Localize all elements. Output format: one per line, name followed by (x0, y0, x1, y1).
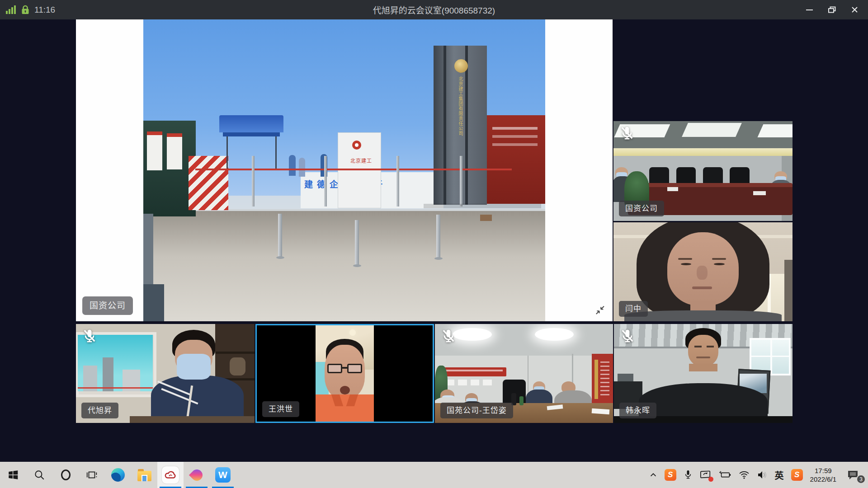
stage-video-tile[interactable]: 建德企业 工于 北京建工 北京建工集团有限责任公司 (76, 19, 613, 321)
window-title: 代旭昇的云会议室(9008658732) (0, 4, 868, 16)
wifi-tray-button[interactable] (736, 462, 753, 488)
muted-mic-icon (619, 125, 635, 141)
ceiling-light (757, 124, 793, 137)
screen-share-content: 建德企业 工于 北京建工 北京建工集团有限责任公司 (76, 19, 613, 321)
photo-striped-barrier (189, 156, 228, 210)
photo-bollard-base (434, 257, 443, 260)
photo-rope-post (324, 156, 327, 206)
wifi-icon (739, 470, 750, 479)
window-controls (799, 0, 864, 19)
sogou-tray-button[interactable]: S (661, 462, 679, 488)
task-view-button[interactable] (79, 462, 105, 488)
glasses-left-lens (327, 364, 342, 373)
titlebar: 11:16 代旭昇的云会议室(9008658732) (0, 0, 868, 19)
poster-text-rows (600, 361, 609, 395)
signal-strength-icon (6, 5, 16, 14)
tv-building (103, 357, 113, 391)
ime-indicator-button[interactable]: 英 (772, 462, 787, 488)
participant-name-label: 闫中 (619, 301, 648, 317)
file-explorer-button[interactable] (131, 462, 157, 488)
volume-tray-button[interactable] (754, 462, 771, 488)
exit-fullscreen-icon[interactable] (595, 305, 605, 317)
notification-center-button[interactable]: 3 (840, 462, 865, 488)
mouth (696, 357, 711, 358)
ime-language-label: 英 (775, 469, 784, 482)
photo-person (289, 155, 296, 176)
close-button[interactable] (844, 3, 864, 17)
sogou-icon: S (665, 469, 676, 481)
orange-shirt (316, 394, 373, 422)
tv-red-line (78, 387, 153, 389)
photo-gold-emblem (454, 59, 468, 73)
video-tile-guozi-room[interactable]: 国资公司 (613, 121, 793, 221)
microphone-tray-button[interactable] (680, 462, 696, 488)
photo-brick (480, 215, 492, 221)
eye (707, 346, 714, 347)
ceiling-light (535, 328, 574, 341)
room-beam (613, 148, 793, 156)
cloud-meeting-app-button[interactable] (157, 462, 184, 488)
video-tile-wanghongshi-active-speaker[interactable]: 王洪世 (255, 324, 434, 423)
photo-sign-board (167, 133, 182, 169)
video-tile-guoyuan-room[interactable]: 国苑公司-王岱姿 (435, 324, 613, 423)
photo-pavement (143, 209, 545, 321)
wall-paper (483, 380, 492, 385)
sogou-tray-button-2[interactable]: S (788, 462, 806, 488)
start-button[interactable] (0, 462, 26, 488)
muted-mic-icon (81, 328, 98, 344)
battery-tray-button[interactable] (716, 462, 735, 488)
face (688, 335, 718, 366)
photo-booth-text: 北京建工 (345, 157, 377, 164)
photo-red-rope (195, 169, 512, 170)
cast-alert-dot (708, 477, 713, 482)
taskbar-apps: W (0, 462, 236, 488)
photo-bollard (278, 214, 282, 257)
eyebrow (712, 258, 726, 260)
wps-writer-icon: W (215, 467, 231, 483)
minimize-button[interactable] (799, 3, 819, 17)
shoulders (624, 310, 782, 321)
tray-expand-button[interactable] (646, 462, 660, 488)
notification-count-badge: 3 (856, 474, 866, 484)
nose-shadow (697, 266, 708, 280)
photo-wall-text-row (492, 143, 538, 146)
eye (681, 263, 692, 265)
taskbar-clock[interactable]: 17:59 2022/6/1 (807, 462, 840, 488)
restore-icon (828, 6, 836, 13)
ceiling-light (682, 123, 742, 137)
file-explorer-icon (137, 471, 151, 481)
edge-browser-icon (111, 468, 125, 482)
photo-wall-text-row (492, 135, 538, 138)
cast-tray-button[interactable] (697, 462, 715, 488)
participant-name-label: 代旭昇 (81, 403, 118, 418)
photo-sign-board (147, 131, 162, 170)
wps-app-button[interactable]: W (210, 462, 236, 488)
colorful-drop-app-icon (189, 467, 204, 483)
sogou-icon: S (791, 469, 803, 481)
muted-mic-icon (440, 328, 457, 344)
edge-app-button[interactable] (105, 462, 131, 488)
bottle (519, 396, 524, 405)
paper (667, 187, 678, 191)
close-icon (851, 6, 858, 13)
search-button[interactable] (26, 462, 52, 488)
photo-tower-plaque-text: 北京建工集团有限责任公司 (457, 76, 464, 169)
wall-paper (471, 380, 480, 385)
window-mullion (750, 356, 791, 357)
video-tile-daixusheng[interactable]: 代旭昇 (76, 324, 255, 423)
cortana-button[interactable] (52, 462, 79, 488)
video-tile-hanyonghui[interactable]: 韩永晖 (614, 324, 793, 423)
eye (694, 346, 702, 347)
titlebar-status-group: 11:16 (6, 5, 55, 15)
glasses-right-lens (347, 364, 362, 373)
eye (714, 263, 725, 265)
video-tile-yanzhong[interactable]: 闫中 (613, 222, 793, 321)
desk (130, 416, 255, 423)
eyebrow (678, 258, 693, 260)
shelf-item (618, 374, 634, 382)
photo-rope-post (396, 156, 399, 206)
restore-button[interactable] (822, 3, 842, 17)
encryption-lock-icon (21, 5, 29, 14)
drop-app-button[interactable] (184, 462, 210, 488)
tray-time: 17:59 (815, 466, 832, 475)
